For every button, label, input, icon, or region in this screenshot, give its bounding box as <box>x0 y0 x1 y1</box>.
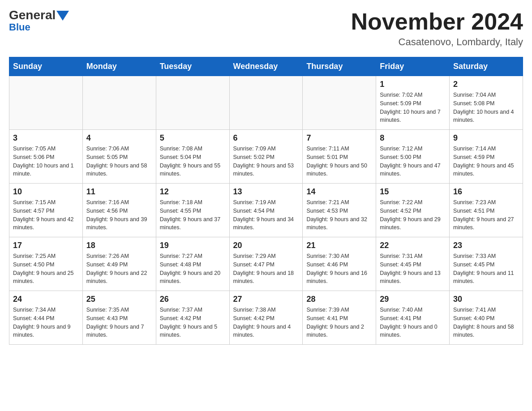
day-number: 26 <box>160 295 226 304</box>
location: Casatenovo, Lombardy, Italy <box>351 36 523 48</box>
day-info: Sunrise: 7:30 AM Sunset: 4:46 PM Dayligh… <box>306 252 372 286</box>
calendar-cell: 12Sunrise: 7:18 AM Sunset: 4:55 PM Dayli… <box>156 184 229 237</box>
calendar-cell: 13Sunrise: 7:19 AM Sunset: 4:54 PM Dayli… <box>229 184 303 237</box>
calendar-cell <box>303 76 376 130</box>
calendar-cell: 4Sunrise: 7:06 AM Sunset: 5:05 PM Daylig… <box>82 130 156 184</box>
day-info: Sunrise: 7:38 AM Sunset: 4:42 PM Dayligh… <box>233 306 299 339</box>
calendar-cell: 7Sunrise: 7:11 AM Sunset: 5:01 PM Daylig… <box>303 130 376 184</box>
day-number: 17 <box>13 241 79 250</box>
day-number: 4 <box>86 133 152 143</box>
day-info: Sunrise: 7:22 AM Sunset: 4:52 PM Dayligh… <box>380 198 446 232</box>
day-info: Sunrise: 7:39 AM Sunset: 4:41 PM Dayligh… <box>306 306 372 339</box>
header-day-friday: Friday <box>376 57 450 76</box>
day-info: Sunrise: 7:35 AM Sunset: 4:43 PM Dayligh… <box>86 306 152 339</box>
day-info: Sunrise: 7:29 AM Sunset: 4:47 PM Dayligh… <box>233 252 299 286</box>
calendar-cell: 16Sunrise: 7:23 AM Sunset: 4:51 PM Dayli… <box>450 184 523 237</box>
logo-general-text: General <box>9 9 56 21</box>
calendar-cell <box>156 76 229 130</box>
calendar-cell: 21Sunrise: 7:30 AM Sunset: 4:46 PM Dayli… <box>303 237 376 291</box>
header-day-saturday: Saturday <box>450 57 523 76</box>
header-day-tuesday: Tuesday <box>156 57 229 76</box>
day-info: Sunrise: 7:26 AM Sunset: 4:49 PM Dayligh… <box>86 252 152 286</box>
day-info: Sunrise: 7:40 AM Sunset: 4:41 PM Dayligh… <box>380 306 446 339</box>
calendar-cell: 11Sunrise: 7:16 AM Sunset: 4:56 PM Dayli… <box>82 184 156 237</box>
svg-marker-0 <box>56 11 69 21</box>
calendar-cell: 9Sunrise: 7:14 AM Sunset: 4:59 PM Daylig… <box>450 130 523 184</box>
calendar-cell: 19Sunrise: 7:27 AM Sunset: 4:48 PM Dayli… <box>156 237 229 291</box>
calendar-cell: 22Sunrise: 7:31 AM Sunset: 4:45 PM Dayli… <box>376 237 450 291</box>
calendar-cell: 26Sunrise: 7:37 AM Sunset: 4:42 PM Dayli… <box>156 291 229 345</box>
calendar-cell: 17Sunrise: 7:25 AM Sunset: 4:50 PM Dayli… <box>9 237 83 291</box>
month-title: November 2024 <box>351 9 523 34</box>
day-info: Sunrise: 7:06 AM Sunset: 5:05 PM Dayligh… <box>86 145 152 178</box>
calendar-cell: 1Sunrise: 7:02 AM Sunset: 5:09 PM Daylig… <box>376 76 450 130</box>
day-info: Sunrise: 7:27 AM Sunset: 4:48 PM Dayligh… <box>160 252 226 286</box>
calendar-week-1: 1Sunrise: 7:02 AM Sunset: 5:09 PM Daylig… <box>9 76 523 130</box>
day-info: Sunrise: 7:19 AM Sunset: 4:54 PM Dayligh… <box>233 198 299 232</box>
day-info: Sunrise: 7:37 AM Sunset: 4:42 PM Dayligh… <box>160 306 226 339</box>
day-info: Sunrise: 7:04 AM Sunset: 5:08 PM Dayligh… <box>453 91 519 124</box>
header-row: SundayMondayTuesdayWednesdayThursdayFrid… <box>9 57 523 76</box>
calendar-cell: 23Sunrise: 7:33 AM Sunset: 4:45 PM Dayli… <box>450 237 523 291</box>
calendar-cell: 6Sunrise: 7:09 AM Sunset: 5:02 PM Daylig… <box>229 130 303 184</box>
calendar-cell: 3Sunrise: 7:05 AM Sunset: 5:06 PM Daylig… <box>9 130 83 184</box>
calendar-cell: 8Sunrise: 7:12 AM Sunset: 5:00 PM Daylig… <box>376 130 450 184</box>
calendar-table: SundayMondayTuesdayWednesdayThursdayFrid… <box>9 57 523 345</box>
day-number: 5 <box>160 133 226 143</box>
day-info: Sunrise: 7:31 AM Sunset: 4:45 PM Dayligh… <box>380 252 446 286</box>
day-number: 29 <box>380 295 446 304</box>
day-number: 19 <box>160 241 226 250</box>
calendar-cell: 24Sunrise: 7:34 AM Sunset: 4:44 PM Dayli… <box>9 291 83 345</box>
calendar-cell <box>9 76 83 130</box>
day-number: 13 <box>233 187 299 197</box>
calendar-cell: 5Sunrise: 7:08 AM Sunset: 5:04 PM Daylig… <box>156 130 229 184</box>
day-info: Sunrise: 7:23 AM Sunset: 4:51 PM Dayligh… <box>453 198 519 232</box>
calendar-body: 1Sunrise: 7:02 AM Sunset: 5:09 PM Daylig… <box>9 76 523 345</box>
calendar-cell: 18Sunrise: 7:26 AM Sunset: 4:49 PM Dayli… <box>82 237 156 291</box>
day-number: 14 <box>306 187 372 197</box>
day-number: 2 <box>453 80 519 89</box>
calendar-cell: 10Sunrise: 7:15 AM Sunset: 4:57 PM Dayli… <box>9 184 83 237</box>
logo-blue-text: Blue <box>9 21 30 33</box>
day-number: 30 <box>453 295 519 304</box>
calendar-cell: 14Sunrise: 7:21 AM Sunset: 4:53 PM Dayli… <box>303 184 376 237</box>
day-number: 22 <box>380 241 446 250</box>
title-block: November 2024 Casatenovo, Lombardy, Ital… <box>351 9 523 48</box>
day-number: 3 <box>13 133 79 143</box>
day-info: Sunrise: 7:15 AM Sunset: 4:57 PM Dayligh… <box>13 198 79 232</box>
calendar-week-5: 24Sunrise: 7:34 AM Sunset: 4:44 PM Dayli… <box>9 291 523 345</box>
day-number: 15 <box>380 187 446 197</box>
day-info: Sunrise: 7:12 AM Sunset: 5:00 PM Dayligh… <box>380 145 446 178</box>
logo-triangle-icon <box>56 11 69 21</box>
calendar-cell: 28Sunrise: 7:39 AM Sunset: 4:41 PM Dayli… <box>303 291 376 345</box>
calendar-cell <box>229 76 303 130</box>
day-info: Sunrise: 7:34 AM Sunset: 4:44 PM Dayligh… <box>13 306 79 339</box>
page-header: General Blue November 2024 Casatenovo, L… <box>9 9 523 48</box>
day-info: Sunrise: 7:14 AM Sunset: 4:59 PM Dayligh… <box>453 145 519 178</box>
header-day-sunday: Sunday <box>9 57 83 76</box>
calendar-cell: 27Sunrise: 7:38 AM Sunset: 4:42 PM Dayli… <box>229 291 303 345</box>
calendar-week-4: 17Sunrise: 7:25 AM Sunset: 4:50 PM Dayli… <box>9 237 523 291</box>
header-day-monday: Monday <box>82 57 156 76</box>
day-number: 18 <box>86 241 152 250</box>
day-number: 23 <box>453 241 519 250</box>
day-number: 21 <box>306 241 372 250</box>
day-info: Sunrise: 7:18 AM Sunset: 4:55 PM Dayligh… <box>160 198 226 232</box>
day-info: Sunrise: 7:08 AM Sunset: 5:04 PM Dayligh… <box>160 145 226 178</box>
header-day-thursday: Thursday <box>303 57 376 76</box>
logo: General Blue <box>9 9 69 33</box>
day-number: 10 <box>13 187 79 197</box>
calendar-week-3: 10Sunrise: 7:15 AM Sunset: 4:57 PM Dayli… <box>9 184 523 237</box>
calendar-cell: 15Sunrise: 7:22 AM Sunset: 4:52 PM Dayli… <box>376 184 450 237</box>
day-info: Sunrise: 7:05 AM Sunset: 5:06 PM Dayligh… <box>13 145 79 178</box>
day-number: 20 <box>233 241 299 250</box>
day-number: 1 <box>380 80 446 89</box>
calendar-cell: 2Sunrise: 7:04 AM Sunset: 5:08 PM Daylig… <box>450 76 523 130</box>
day-number: 25 <box>86 295 152 304</box>
day-info: Sunrise: 7:09 AM Sunset: 5:02 PM Dayligh… <box>233 145 299 178</box>
day-info: Sunrise: 7:21 AM Sunset: 4:53 PM Dayligh… <box>306 198 372 232</box>
day-info: Sunrise: 7:33 AM Sunset: 4:45 PM Dayligh… <box>453 252 519 286</box>
day-info: Sunrise: 7:02 AM Sunset: 5:09 PM Dayligh… <box>380 91 446 124</box>
day-number: 28 <box>306 295 372 304</box>
day-number: 16 <box>453 187 519 197</box>
